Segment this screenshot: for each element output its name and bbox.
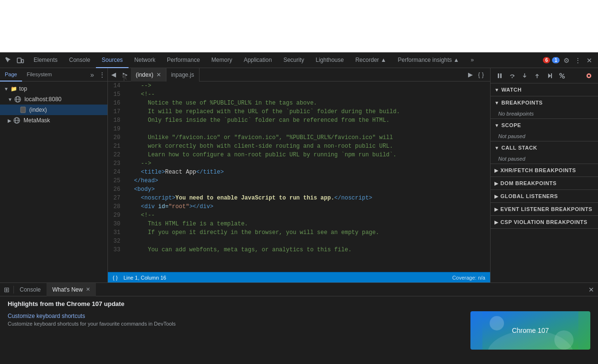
format-icon[interactable]: { } <box>113 275 117 281</box>
close-tab-icon[interactable]: ✕ <box>156 71 161 78</box>
code-line[interactable]: 24 <title>React App</title> <box>108 168 490 176</box>
csp-violation-breakpoints-header[interactable]: ▶ CSP Violation Breakpoints <box>491 216 598 228</box>
code-line[interactable]: 33 You can add webfonts, meta tags, or a… <box>108 246 490 254</box>
line-content <box>125 125 490 133</box>
devtools-toolbar: Elements Console Sources Network Perform… <box>0 53 598 68</box>
watch-header[interactable]: ▼ Watch <box>491 83 598 96</box>
code-line[interactable]: 27 <noscript>You need to enable JavaScri… <box>108 194 490 202</box>
code-line[interactable]: 20 Unlike "/favicon.ico" or "favicon.ico… <box>108 133 490 142</box>
pause-button[interactable] <box>494 70 505 81</box>
code-line[interactable]: 15 <!-- <box>108 90 490 99</box>
tree-item-localhost[interactable]: ▼ localhost:8080 <box>0 94 107 105</box>
code-editor[interactable]: 14 -->15 <!--16 Notice the use of %PUBLI… <box>108 82 490 272</box>
breakpoints-section: ▼ Breakpoints No breakpoints <box>491 96 598 119</box>
step-button[interactable] <box>544 70 555 81</box>
editor-tab-index[interactable]: (index) ✕ <box>131 68 166 82</box>
svg-rect-10 <box>500 73 502 78</box>
svg-point-16 <box>560 73 562 75</box>
code-line[interactable]: 14 --> <box>108 82 490 90</box>
code-line[interactable]: 25 </head> <box>108 176 490 185</box>
tab-page[interactable]: Page <box>0 68 22 82</box>
code-line[interactable]: 31 If you open it directly in the browse… <box>108 228 490 237</box>
expand-arrow-icon: ▶ <box>494 168 499 173</box>
tab-network[interactable]: Network <box>129 53 161 68</box>
whats-new-content: Highlights from the Chrome 107 update Cu… <box>0 296 598 364</box>
tab-performance[interactable]: Performance <box>161 53 206 68</box>
code-line[interactable]: 32 <box>108 237 490 246</box>
deactivate-button[interactable] <box>557 70 567 81</box>
more-panel-tabs[interactable]: » <box>87 71 97 79</box>
code-line[interactable]: 30 This HTML file is a template. <box>108 220 490 228</box>
more-options-button[interactable]: ⋮ <box>573 56 583 65</box>
step-out-button[interactable] <box>532 70 542 81</box>
browser-viewport <box>0 0 598 52</box>
code-line[interactable]: 17 It will be replaced with the URL of t… <box>108 107 490 116</box>
coverage-status: Coverage: n/a <box>452 275 485 281</box>
line-number: 25 <box>108 176 125 185</box>
inspect-element-icon[interactable] <box>2 55 13 66</box>
tree-item-top[interactable]: ▼ 📁 top <box>0 83 107 94</box>
tab-filesystem[interactable]: Filesystem <box>22 68 57 82</box>
code-editor-panel: ◀ ▶ (index) ✕ inpage.js ▶ { } 14 -->15 <… <box>108 68 490 282</box>
device-toggle-icon[interactable] <box>14 55 26 66</box>
tab-more[interactable]: » <box>465 53 480 68</box>
settings-button[interactable]: ⚙ <box>562 56 571 65</box>
code-line[interactable]: 29 <!-- <box>108 211 490 220</box>
tab-recorder[interactable]: Recorder ▲ <box>350 53 392 68</box>
tab-elements[interactable]: Elements <box>28 53 63 68</box>
editor-tab-inpage[interactable]: inpage.js <box>166 68 199 82</box>
stop-button[interactable] <box>584 70 594 81</box>
line-number: 33 <box>108 246 125 254</box>
line-number: 16 <box>108 99 125 107</box>
collapse-arrow-icon: ▼ <box>494 123 499 128</box>
code-line[interactable]: 23 --> <box>108 159 490 168</box>
tab-console[interactable]: Console <box>63 53 96 68</box>
dom-breakpoints-section: ▶ DOM Breakpoints <box>491 177 598 190</box>
whats-new-title: Highlights from the Chrome 107 update <box>8 300 590 307</box>
global-listeners-header[interactable]: ▶ Global Listeners <box>491 190 598 202</box>
code-line[interactable]: 19 <box>108 125 490 133</box>
tab-whats-new[interactable]: What's New ✕ <box>47 283 96 296</box>
code-line[interactable]: 18 Only files inside the `public` folder… <box>108 116 490 125</box>
panel-options-button[interactable]: ⋮ <box>97 71 107 79</box>
dom-breakpoints-header[interactable]: ▶ DOM Breakpoints <box>491 177 598 189</box>
editor-nav-back[interactable]: ◀ <box>108 69 119 81</box>
customize-shortcuts-link[interactable]: Customize keyboard shortcuts <box>8 313 85 319</box>
tab-performance-insights[interactable]: Performance insights ▲ <box>392 53 465 68</box>
code-line[interactable]: 21 work correctly both with client-side … <box>108 142 490 151</box>
line-content: Learn how to configure a non-root public… <box>125 151 490 159</box>
run-snippet-button[interactable]: ▶ <box>465 70 476 80</box>
close-bottom-panel-button[interactable]: ✕ <box>585 286 598 294</box>
step-into-button[interactable] <box>519 70 530 81</box>
tree-item-metamask[interactable]: ▶ MetaMask <box>0 115 107 126</box>
line-content: <title>React App</title> <box>125 168 490 176</box>
step-over-button[interactable] <box>507 70 517 81</box>
sources-left-panel: Page Filesystem » ⋮ ▼ 📁 top ▼ <box>0 68 108 282</box>
tab-security[interactable]: Security <box>278 53 310 68</box>
line-content: Unlike "/favicon.ico" or "favicon.ico", … <box>125 133 490 142</box>
xhr-breakpoints-header[interactable]: ▶ XHR/fetch Breakpoints <box>491 164 598 176</box>
svg-point-17 <box>563 76 564 78</box>
callstack-header[interactable]: ▼ Call Stack <box>491 141 598 154</box>
tab-console-bottom[interactable]: Console <box>14 283 47 296</box>
code-line[interactable]: 28 <div id="root"></div> <box>108 202 490 211</box>
format-code-button[interactable]: { } <box>476 70 486 80</box>
svg-marker-14 <box>548 73 551 78</box>
line-number: 28 <box>108 202 125 211</box>
code-line[interactable]: 26 <body> <box>108 185 490 194</box>
event-listener-breakpoints-header[interactable]: ▶ Event Listener Breakpoints <box>491 203 598 215</box>
scope-header[interactable]: ▼ Scope <box>491 119 598 131</box>
breakpoints-header[interactable]: ▼ Breakpoints <box>491 96 598 109</box>
close-whats-new-icon[interactable]: ✕ <box>86 286 90 293</box>
svg-rect-1 <box>22 59 23 63</box>
line-number: 24 <box>108 168 125 176</box>
code-line[interactable]: 16 Notice the use of %PUBLIC_URL% in the… <box>108 99 490 107</box>
code-line[interactable]: 22 Learn how to configure a non-root pub… <box>108 151 490 159</box>
tab-lighthouse[interactable]: Lighthouse <box>310 53 350 68</box>
tree-item-index[interactable]: (index) <box>0 105 107 115</box>
tab-sources[interactable]: Sources <box>96 53 129 68</box>
tab-memory[interactable]: Memory <box>206 53 238 68</box>
bottom-panel-icon[interactable]: ⊞ <box>0 286 13 294</box>
tab-application[interactable]: Application <box>238 53 278 68</box>
close-devtools-button[interactable]: ✕ <box>585 56 594 65</box>
